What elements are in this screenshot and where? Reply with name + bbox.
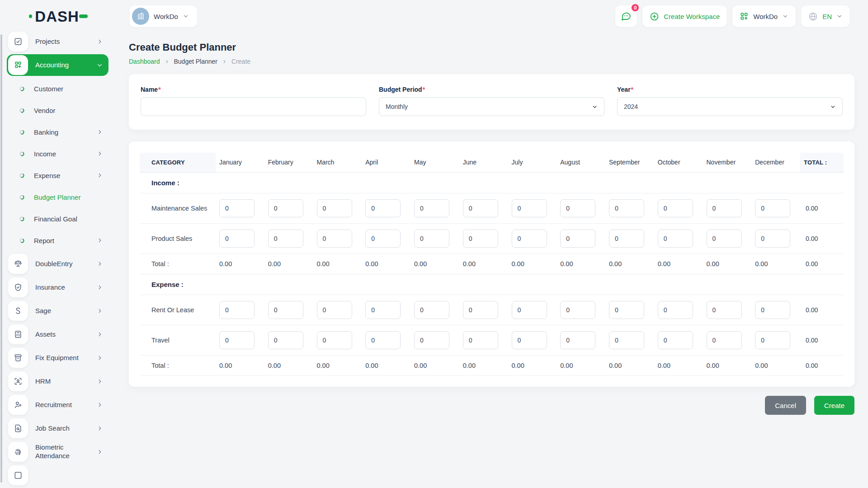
product-sales-november-input[interactable] xyxy=(707,230,742,248)
travel-may-input[interactable] xyxy=(414,331,449,349)
sidebar-item-insurance[interactable]: Insurance xyxy=(7,277,108,298)
sidebar-item-biometric-attendance[interactable]: Biometric Attendance xyxy=(7,441,108,463)
travel-september-input[interactable] xyxy=(609,331,644,349)
product-sales-september-input[interactable] xyxy=(609,230,644,248)
app-switcher-dropdown[interactable]: WorkDo xyxy=(732,5,796,27)
product-sales-october-input[interactable] xyxy=(658,230,693,248)
travel-february-input[interactable] xyxy=(268,331,303,349)
budget-period-select[interactable]: Monthly xyxy=(379,97,604,116)
create-button[interactable]: Create xyxy=(814,396,854,415)
sidebar-scrollbar[interactable] xyxy=(0,34,2,483)
name-input[interactable] xyxy=(141,97,366,116)
rent-or-lease-february-input[interactable] xyxy=(268,301,303,319)
sidebar-item-assets[interactable]: Assets xyxy=(7,324,108,345)
travel-october-input[interactable] xyxy=(658,331,693,349)
chevron-down-icon xyxy=(96,62,103,69)
sidebar-item-banking[interactable]: Banking xyxy=(7,121,108,143)
sidebar-item-customer[interactable]: Customer xyxy=(7,78,108,99)
travel-june-input[interactable] xyxy=(463,331,498,349)
travel-january-input[interactable] xyxy=(219,331,255,349)
sidebar-item-label: Recruitment xyxy=(35,401,97,409)
product-sales-july-input[interactable] xyxy=(512,230,547,248)
cell xyxy=(557,230,605,248)
sidebar-item-budget-planner[interactable]: Budget Planner xyxy=(7,186,108,208)
rent-or-lease-march-input[interactable] xyxy=(317,301,352,319)
maintenance-sales-august-input[interactable] xyxy=(560,199,595,217)
table-row-travel: Travel0.00 xyxy=(140,325,844,356)
cell xyxy=(362,301,410,319)
workspace-selector[interactable]: WorkDo xyxy=(129,5,197,27)
required-mark: * xyxy=(631,86,633,93)
sidebar-item-accounting[interactable]: Accounting xyxy=(7,54,108,76)
maintenance-sales-april-input[interactable] xyxy=(365,199,401,217)
sidebar-item-label: Banking xyxy=(34,128,97,136)
messages-button[interactable]: 0 xyxy=(615,5,637,27)
travel-july-input[interactable] xyxy=(512,331,547,349)
file-search-icon xyxy=(8,418,28,438)
rent-or-lease-january-input[interactable] xyxy=(219,301,255,319)
maintenance-sales-february-input[interactable] xyxy=(268,199,303,217)
breadcrumb-dashboard-link[interactable]: Dashboard xyxy=(129,58,160,65)
row-label: Maintenance Sales xyxy=(140,205,216,212)
sidebar-item-expense[interactable]: Expense xyxy=(7,164,108,186)
breadcrumb-budget-planner-link[interactable]: Budget Planner xyxy=(174,58,218,65)
cancel-button[interactable]: Cancel xyxy=(765,396,806,415)
year-select[interactable]: 2024 xyxy=(617,97,843,116)
chevron-right-icon xyxy=(97,172,103,178)
sidebar-item-job-search[interactable]: Job Search xyxy=(7,418,108,439)
rent-or-lease-july-input[interactable] xyxy=(512,301,547,319)
rent-or-lease-april-input[interactable] xyxy=(365,301,401,319)
chevron-down-icon xyxy=(782,13,788,19)
brand-name: DASH xyxy=(35,9,79,24)
maintenance-sales-june-input[interactable] xyxy=(463,199,498,217)
travel-august-input[interactable] xyxy=(560,331,595,349)
total-november: 0.00 xyxy=(703,254,752,274)
maintenance-sales-march-input[interactable] xyxy=(317,199,352,217)
sidebar-item-income[interactable]: Income xyxy=(7,143,108,164)
rent-or-lease-december-input[interactable] xyxy=(755,301,790,319)
product-sales-february-input[interactable] xyxy=(268,230,303,248)
travel-december-input[interactable] xyxy=(755,331,790,349)
sidebar-item-fix-equipment[interactable]: Fix Equipment xyxy=(7,347,108,369)
maintenance-sales-january-input[interactable] xyxy=(219,199,255,217)
maintenance-sales-november-input[interactable] xyxy=(707,199,742,217)
sidebar-item-partial[interactable] xyxy=(7,465,108,486)
rent-or-lease-october-input[interactable] xyxy=(658,301,693,319)
rent-or-lease-september-input[interactable] xyxy=(609,301,644,319)
checkbox-icon xyxy=(8,32,28,52)
product-sales-april-input[interactable] xyxy=(365,230,401,248)
sidebar-item-projects[interactable]: Projects xyxy=(7,31,108,52)
sidebar-item-financial-goal[interactable]: Financial Goal xyxy=(7,208,108,230)
sidebar-item-vendor[interactable]: Vendor xyxy=(7,99,108,121)
sidebar-item-doubleentry[interactable]: DoubleEntry xyxy=(7,253,108,275)
rent-or-lease-june-input[interactable] xyxy=(463,301,498,319)
product-sales-june-input[interactable] xyxy=(463,230,498,248)
maintenance-sales-october-input[interactable] xyxy=(658,199,693,217)
language-dropdown[interactable]: EN xyxy=(801,5,850,27)
product-sales-march-input[interactable] xyxy=(317,230,352,248)
product-sales-january-input[interactable] xyxy=(219,230,255,248)
sidebar-item-report[interactable]: Report xyxy=(7,230,108,251)
maintenance-sales-may-input[interactable] xyxy=(414,199,449,217)
travel-november-input[interactable] xyxy=(707,331,742,349)
product-sales-december-input[interactable] xyxy=(755,230,790,248)
rent-or-lease-november-input[interactable] xyxy=(707,301,742,319)
maintenance-sales-december-input[interactable] xyxy=(755,199,790,217)
rent-or-lease-may-input[interactable] xyxy=(414,301,449,319)
cell xyxy=(410,331,459,349)
row-label: Travel xyxy=(140,337,216,344)
travel-march-input[interactable] xyxy=(317,331,352,349)
brand-logo[interactable]: DASH xyxy=(29,9,88,24)
maintenance-sales-september-input[interactable] xyxy=(609,199,644,217)
product-sales-august-input[interactable] xyxy=(560,230,595,248)
cell xyxy=(264,199,313,217)
product-sales-may-input[interactable] xyxy=(414,230,449,248)
cell xyxy=(362,230,410,248)
sidebar-item-hrm[interactable]: HRM xyxy=(7,371,108,392)
sidebar-item-recruitment[interactable]: Recruitment xyxy=(7,394,108,416)
maintenance-sales-july-input[interactable] xyxy=(512,199,547,217)
sidebar-item-sage[interactable]: Sage xyxy=(7,300,108,322)
create-workspace-button[interactable]: Create Workspace xyxy=(642,5,727,27)
travel-april-input[interactable] xyxy=(365,331,401,349)
rent-or-lease-august-input[interactable] xyxy=(560,301,595,319)
